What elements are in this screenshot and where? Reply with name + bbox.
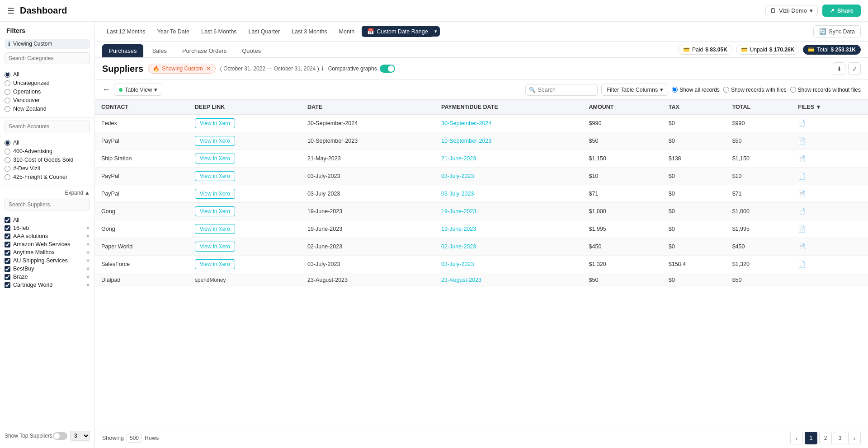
view-in-xero-button[interactable]: View in Xero xyxy=(195,259,235,269)
table-view-button[interactable]: Table View ▾ xyxy=(114,84,162,96)
supplier-anytime-mailbox: Anytime Mailbox ✕ xyxy=(5,249,90,256)
next-page-button[interactable]: › xyxy=(848,432,861,444)
search-categories-input[interactable] xyxy=(5,52,90,64)
remove-au-shipping-button[interactable]: ✕ xyxy=(86,258,90,264)
show-top-suppliers-label: Show Top Suppliers xyxy=(5,433,52,439)
remove-anytime-button[interactable]: ✕ xyxy=(86,250,90,256)
cell-tax: $0 xyxy=(662,273,726,287)
cell-total: $1,320 xyxy=(726,256,792,273)
category-vancouver[interactable]: Vancouver xyxy=(5,97,90,103)
page-2-button[interactable]: 2 xyxy=(819,432,832,444)
account-425-freight[interactable]: 425-Freight & Courier xyxy=(5,174,90,180)
payment-date-link[interactable]: 30-September-2024 xyxy=(441,120,491,126)
account-all[interactable]: All xyxy=(5,140,90,146)
supplier-16-feb: 16-feb ✕ xyxy=(5,225,90,231)
remove-16-feb-button[interactable]: ✕ xyxy=(86,225,90,231)
payment-date-link[interactable]: 19-June-2023 xyxy=(441,226,476,232)
category-all[interactable]: All xyxy=(5,71,90,78)
custom-date-range-button[interactable]: 📅 Custom Date Range xyxy=(362,26,433,37)
show-with-files[interactable]: Show records with files xyxy=(723,87,787,93)
view-in-xero-button[interactable]: View in Xero xyxy=(195,171,235,181)
header-right: 🗒 Vizii Demo ▾ ↗ Share xyxy=(765,5,861,17)
download-icon[interactable]: ⬇ xyxy=(833,62,845,75)
account-dev-vizii[interactable]: #-Dev Vizii xyxy=(5,165,90,172)
remove-bestbuy-button[interactable]: ✕ xyxy=(86,266,90,272)
file-icon: 📄 xyxy=(798,120,806,127)
user-selector[interactable]: 🗒 Vizii Demo ▾ xyxy=(765,5,818,16)
supplier-all-checkbox[interactable] xyxy=(5,217,10,223)
hamburger-icon[interactable]: ☰ xyxy=(7,6,14,16)
cell-payment-date: 02-June-2023 xyxy=(435,238,582,256)
content-area: Last 12 Months Year To Date Last 6 Month… xyxy=(95,22,868,448)
month-button[interactable]: Month xyxy=(335,26,359,37)
cell-tax: $0 xyxy=(662,220,726,238)
expand-link[interactable]: Expand ▲ xyxy=(0,189,94,199)
remove-braze-button[interactable]: ✕ xyxy=(86,274,90,280)
last-3-months-button[interactable]: Last 3 Months xyxy=(287,26,332,37)
tab-purchases[interactable]: Purchases xyxy=(102,44,143,57)
account-310-cogs[interactable]: 310-Cost of Goods Sold xyxy=(5,157,90,163)
last-12-months-button[interactable]: Last 12 Months xyxy=(102,26,150,37)
view-in-xero-button[interactable]: View in Xero xyxy=(195,242,235,252)
top-count-select[interactable]: 3510 xyxy=(70,431,90,441)
remove-aaa-button[interactable]: ✕ xyxy=(86,233,90,239)
page-3-button[interactable]: 3 xyxy=(834,432,846,444)
sync-data-button[interactable]: 🔄 Sync Data xyxy=(813,25,861,37)
view-in-xero-button[interactable]: View in Xero xyxy=(195,224,235,234)
show-without-files[interactable]: Show records without files xyxy=(790,87,861,93)
remove-aws-button[interactable]: ✕ xyxy=(86,242,90,247)
table-header-row: CONTACT DEEP LINK DATE PAYMENT/DUE DATE … xyxy=(95,100,868,115)
comparative-graphs-toggle[interactable] xyxy=(380,65,395,73)
tab-sales[interactable]: Sales xyxy=(145,44,174,57)
custom-date-dropdown-button[interactable]: ▾ xyxy=(432,26,440,37)
cell-total: $10 xyxy=(726,168,792,185)
cell-date: 21-May-2023 xyxy=(301,150,435,168)
table-search-input[interactable] xyxy=(525,84,598,96)
payment-date-link[interactable]: 03-July-2023 xyxy=(441,173,474,179)
page-1-button[interactable]: 1 xyxy=(805,432,817,444)
view-in-xero-button[interactable]: View in Xero xyxy=(195,118,235,128)
year-to-date-button[interactable]: Year To Date xyxy=(152,26,194,37)
back-button[interactable]: ← xyxy=(102,85,110,94)
prev-page-button[interactable]: ‹ xyxy=(790,432,803,444)
tab-list: Purchases Sales Purchase Orders Quotes xyxy=(102,44,268,57)
cell-files: 📄 xyxy=(792,132,868,150)
cell-tax: $0 xyxy=(662,115,726,132)
payment-date-link[interactable]: 02-June-2023 xyxy=(441,243,476,250)
expand-icon[interactable]: ⤢ xyxy=(848,62,861,75)
category-new-zealand[interactable]: New Zealand xyxy=(5,106,90,112)
payment-date-link[interactable]: 03-July-2023 xyxy=(441,191,474,197)
tab-quotes[interactable]: Quotes xyxy=(235,44,268,57)
remove-cartridge-button[interactable]: ✕ xyxy=(86,282,90,288)
last-quarter-button[interactable]: Last Quarter xyxy=(244,26,284,37)
view-in-xero-button[interactable]: View in Xero xyxy=(195,206,235,216)
filter-chevron-icon: ▾ xyxy=(660,86,663,93)
close-badge-icon[interactable]: ✕ xyxy=(206,65,211,72)
pagination-bar: Showing 500 Rows ‹ 1 2 3 › xyxy=(95,428,868,448)
tab-purchase-orders[interactable]: Purchase Orders xyxy=(175,44,233,57)
payment-date-link[interactable]: 19-June-2023 xyxy=(441,208,476,215)
supplier-au-shipping: AU Shipping Services ✕ xyxy=(5,257,90,264)
cell-total: $50 xyxy=(726,132,792,150)
show-all-records[interactable]: Show all records xyxy=(672,87,720,93)
cell-payment-date: 03-July-2023 xyxy=(435,256,582,273)
search-suppliers-input[interactable] xyxy=(5,199,90,210)
top-suppliers-toggle-switch[interactable] xyxy=(53,432,67,440)
payment-date-link[interactable]: 21-June-2023 xyxy=(441,155,476,162)
view-in-xero-button[interactable]: View in Xero xyxy=(195,136,235,146)
payment-date-link[interactable]: 03-July-2023 xyxy=(441,261,474,267)
last-6-months-button[interactable]: Last 6 Months xyxy=(197,26,241,37)
category-operations[interactable]: Operations xyxy=(5,89,90,95)
search-accounts-input[interactable] xyxy=(5,121,90,132)
payment-date-link[interactable]: 23-August-2023 xyxy=(441,277,481,283)
cell-files: 📄 xyxy=(792,185,868,203)
category-uncategorized[interactable]: Uncategorized xyxy=(5,80,90,86)
account-400-advertising[interactable]: 400-Advertising xyxy=(5,148,90,154)
view-in-xero-button[interactable]: View in Xero xyxy=(195,154,235,163)
showing-text: Showing 500 Rows xyxy=(102,434,159,443)
file-icon: 📄 xyxy=(798,208,806,215)
share-button[interactable]: ↗ Share xyxy=(822,5,861,17)
payment-date-link[interactable]: 10-September-2023 xyxy=(441,138,491,144)
view-in-xero-button[interactable]: View in Xero xyxy=(195,189,235,199)
filter-columns-button[interactable]: Filter Table Columns ▾ xyxy=(601,84,668,96)
